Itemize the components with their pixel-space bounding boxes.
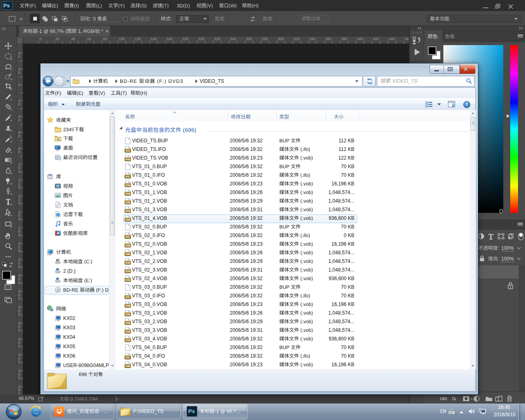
svg-text:IFO: IFO	[126, 296, 130, 299]
svg-text:200: 200	[198, 37, 204, 41]
svg-text:VOB: VOB	[125, 201, 130, 204]
svg-text:400: 400	[357, 37, 363, 41]
svg-text:0: 0	[18, 185, 20, 189]
svg-text:0: 0	[18, 169, 20, 173]
svg-text:0: 0	[18, 55, 20, 59]
svg-text:220: 220	[214, 37, 220, 41]
svg-text:40: 40	[71, 37, 75, 41]
svg-text:0: 0	[18, 118, 20, 122]
svg-text:VOB: VOB	[125, 330, 130, 333]
svg-text:260: 260	[246, 37, 252, 41]
svg-text:VOB: VOB	[125, 218, 130, 221]
svg-text:IFO: IFO	[126, 149, 130, 152]
svg-text:VOB: VOB	[125, 322, 130, 324]
svg-text:0: 0	[18, 265, 20, 269]
svg-text:VOB: VOB	[125, 339, 130, 342]
svg-text:VOB: VOB	[125, 365, 130, 368]
svg-text:0: 0	[18, 217, 20, 221]
svg-text:VOB: VOB	[125, 192, 130, 195]
svg-text:IFO: IFO	[126, 235, 130, 238]
svg-text:180: 180	[183, 37, 189, 41]
svg-text:0: 0	[18, 150, 20, 154]
svg-text:60: 60	[87, 37, 91, 41]
svg-text:360: 360	[325, 37, 331, 41]
svg-text:?: ?	[466, 102, 468, 107]
svg-text:VOB: VOB	[125, 244, 130, 247]
svg-text:0: 0	[18, 281, 20, 285]
svg-text:0: 0	[18, 376, 20, 380]
svg-text:420: 420	[373, 37, 379, 41]
svg-text:0: 0	[18, 102, 20, 106]
svg-text:0: 0	[18, 392, 20, 395]
svg-text:320: 320	[294, 37, 300, 41]
svg-text:0: 0	[18, 296, 20, 300]
svg-text:240: 240	[230, 37, 236, 41]
svg-text:80: 80	[103, 37, 107, 41]
svg-text:0: 0	[18, 249, 20, 253]
svg-text:0: 0	[18, 344, 20, 348]
svg-text:20: 20	[55, 37, 59, 41]
svg-text:280: 280	[262, 37, 268, 41]
svg-text:0: 0	[18, 83, 20, 87]
svg-text:0: 0	[18, 233, 20, 237]
svg-text:0: 0	[18, 201, 20, 205]
svg-text:VOB: VOB	[125, 304, 130, 307]
svg-text:VOB: VOB	[125, 261, 130, 264]
svg-text:0: 0	[18, 360, 20, 364]
svg-text:IFO: IFO	[126, 175, 130, 178]
svg-text:VOB: VOB	[125, 184, 130, 187]
svg-text:VOB: VOB	[125, 158, 130, 161]
svg-text:0: 0	[18, 312, 20, 316]
svg-text:VOB: VOB	[125, 278, 130, 281]
svg-text:VOB: VOB	[125, 253, 130, 256]
svg-text:VOB: VOB	[125, 270, 130, 273]
svg-text:160: 160	[167, 37, 173, 41]
svg-text:100: 100	[119, 37, 125, 41]
svg-text:0: 0	[18, 134, 20, 138]
svg-text:VOB: VOB	[125, 210, 130, 212]
svg-text:fx: fx	[452, 395, 457, 402]
svg-text:0: 0	[18, 328, 20, 332]
svg-text:440: 440	[389, 37, 395, 41]
svg-text:300: 300	[278, 37, 284, 41]
svg-text:340: 340	[309, 37, 315, 41]
svg-text:380: 380	[341, 37, 347, 41]
svg-text:0: 0	[18, 71, 20, 75]
svg-text:0: 0	[39, 37, 41, 41]
svg-text:120: 120	[135, 37, 141, 41]
svg-text:VOB: VOB	[125, 313, 130, 316]
svg-text:460: 460	[405, 37, 409, 41]
svg-text:140: 140	[151, 37, 157, 41]
svg-text:IFO: IFO	[126, 356, 130, 359]
